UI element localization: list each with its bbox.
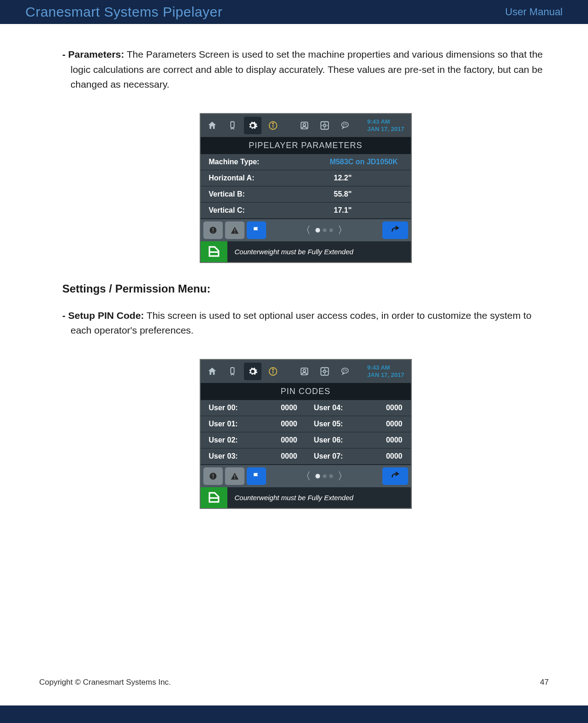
- pin-row[interactable]: User 05:0000: [306, 416, 411, 432]
- clock-time: 9:43 AM: [367, 118, 404, 125]
- back-button[interactable]: [382, 467, 408, 485]
- gear-icon[interactable]: [244, 363, 261, 380]
- home-icon[interactable]: [203, 363, 221, 380]
- screen-title: PIPELAYER PARAMETERS: [201, 137, 411, 154]
- gear-icon[interactable]: [244, 117, 261, 134]
- status-text: Counterweight must be Fully Extended: [227, 241, 411, 262]
- dot-icon: [329, 228, 333, 232]
- brightness-icon[interactable]: [316, 363, 333, 380]
- page-nav[interactable]: 〈 〉: [268, 223, 380, 237]
- counterweight-icon: [201, 241, 227, 262]
- info-icon[interactable]: [264, 363, 282, 380]
- pin-row[interactable]: User 01:0000: [201, 416, 306, 432]
- brightness-icon[interactable]: [316, 117, 333, 134]
- svg-point-26: [323, 370, 326, 373]
- page-dots: [315, 228, 333, 233]
- clock-date: JAN 17, 2017: [367, 125, 404, 133]
- pin-label: User 01:: [209, 420, 238, 428]
- pin-paragraph: - Setup PIN Code: This screen is used to…: [62, 308, 549, 338]
- parameters-text: - Parameters: The Parameters Screen is u…: [62, 47, 549, 92]
- svg-rect-36: [234, 475, 235, 477]
- alert-triangle-icon[interactable]: [225, 467, 244, 485]
- alert-circle-icon[interactable]: [203, 467, 223, 485]
- screen-parameters: EN 9:43 AM JAN 17, 2017 PIPELAYER PARAME…: [200, 113, 412, 263]
- calibrate-icon[interactable]: [224, 117, 241, 134]
- pin-label: User 00:: [209, 404, 238, 412]
- pin-label: User 02:: [209, 436, 238, 444]
- page-number: 47: [540, 678, 549, 687]
- pin-value: 0000: [281, 436, 297, 444]
- pin-col-right: User 04:0000 User 05:0000 User 06:0000 U…: [306, 400, 411, 465]
- pin-value: 0000: [281, 404, 297, 412]
- home-icon[interactable]: [203, 117, 221, 134]
- svg-point-5: [303, 123, 306, 126]
- action-bar: 〈 〉: [201, 465, 411, 487]
- svg-text:EN: EN: [343, 369, 347, 372]
- param-row[interactable]: Machine Type: M583C on JD1050K: [201, 154, 411, 170]
- pin-label: User 04:: [314, 404, 343, 412]
- info-icon[interactable]: [264, 117, 282, 134]
- chevron-right-icon[interactable]: 〉: [338, 469, 348, 483]
- page-footer: Copyright © Cranesmart Systems Inc. 47: [0, 678, 588, 687]
- svg-rect-18: [234, 232, 235, 233]
- svg-rect-16: [213, 232, 214, 233]
- alert-triangle-icon[interactable]: [225, 221, 244, 239]
- svg-point-7: [323, 124, 326, 127]
- svg-rect-0: [231, 121, 234, 127]
- page-nav[interactable]: 〈 〉: [268, 469, 380, 483]
- language-icon[interactable]: EN: [336, 363, 354, 380]
- pin-row[interactable]: User 03:0000: [201, 448, 306, 465]
- clock-block: 9:43 AM JAN 17, 2017: [363, 117, 408, 133]
- pin-value: 0000: [386, 420, 403, 428]
- pin-row[interactable]: User 04:0000: [306, 400, 411, 416]
- user-icon[interactable]: [296, 117, 313, 134]
- dot-icon: [315, 228, 320, 233]
- svg-rect-15: [213, 228, 214, 231]
- pin-row[interactable]: User 02:0000: [201, 432, 306, 448]
- param-row[interactable]: Horizontal A: 12.2": [201, 170, 411, 186]
- action-bar: 〈 〉: [201, 219, 411, 241]
- pin-value: 0000: [386, 404, 403, 412]
- svg-text:EN: EN: [343, 123, 347, 126]
- pin-label: User 06:: [314, 436, 343, 444]
- parameters-paragraph: - Parameters: The Parameters Screen is u…: [62, 47, 549, 92]
- pin-label: User 03:: [209, 452, 238, 460]
- user-icon[interactable]: [296, 363, 313, 380]
- chevron-right-icon[interactable]: 〉: [338, 223, 348, 237]
- chevron-left-icon[interactable]: 〈: [301, 223, 311, 237]
- svg-point-24: [303, 369, 306, 372]
- calibrate-icon[interactable]: [224, 363, 241, 380]
- status-text: Counterweight must be Fully Extended: [227, 487, 411, 508]
- param-row[interactable]: Vertical C: 17.1": [201, 203, 411, 219]
- pin-label: User 07:: [314, 452, 343, 460]
- svg-rect-17: [234, 229, 235, 231]
- param-label: Vertical C:: [209, 206, 245, 215]
- pin-row[interactable]: User 07:0000: [306, 448, 411, 465]
- pin-col-left: User 00:0000 User 01:0000 User 02:0000 U…: [201, 400, 306, 465]
- pin-value: 0000: [281, 420, 297, 428]
- chevron-left-icon[interactable]: 〈: [301, 469, 311, 483]
- pin-row[interactable]: User 00:0000: [201, 400, 306, 416]
- page-dots: [315, 474, 333, 478]
- flag-icon[interactable]: [247, 467, 266, 485]
- svg-point-3: [273, 123, 273, 124]
- parameters-body: The Parameters Screen is used to set the…: [71, 49, 543, 90]
- screen-pin: EN 9:43 AM JAN 17, 2017 PIN CODES User 0…: [200, 359, 412, 509]
- svg-rect-35: [213, 478, 214, 478]
- flag-icon[interactable]: [247, 221, 266, 239]
- clock-date: JAN 17, 2017: [367, 371, 404, 379]
- status-bar: Counterweight must be Fully Extended: [201, 487, 411, 508]
- pin-row[interactable]: User 06:0000: [306, 432, 411, 448]
- screen-title: PIN CODES: [201, 383, 411, 400]
- pin-screenshot: EN 9:43 AM JAN 17, 2017 PIN CODES User 0…: [62, 359, 549, 509]
- back-button[interactable]: [382, 221, 408, 239]
- param-row[interactable]: Vertical B: 55.8": [201, 186, 411, 203]
- params-rows: Machine Type: M583C on JD1050K Horizonta…: [201, 154, 411, 219]
- page-body: - Parameters: The Parameters Screen is u…: [0, 24, 588, 509]
- pin-value: 0000: [281, 452, 297, 460]
- language-icon[interactable]: EN: [336, 117, 354, 134]
- doc-title: Cranesmart Systems Pipelayer: [25, 4, 222, 20]
- alert-circle-icon[interactable]: [203, 221, 223, 239]
- doc-subtitle: User Manual: [505, 6, 563, 18]
- page-header: Cranesmart Systems Pipelayer User Manual: [0, 0, 588, 24]
